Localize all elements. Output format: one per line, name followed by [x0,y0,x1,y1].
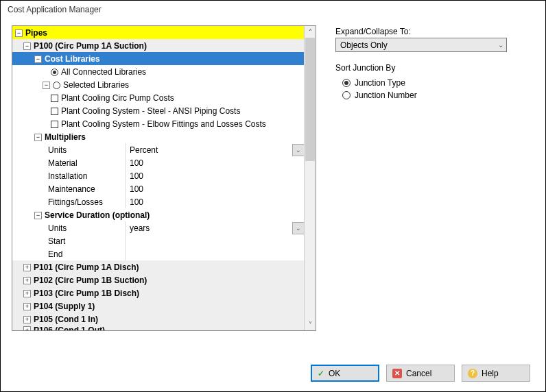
right-panel: Expand/Collapse To: Objects Only ⌄ Sort … [335,27,514,331]
expand-icon[interactable]: + [23,277,31,284]
collapse-icon[interactable]: − [34,212,42,219]
service-units-row: Units years ⌄ [12,221,304,234]
expand-icon[interactable]: + [23,316,31,323]
service-end-row: End [12,247,304,260]
window-title: Cost Application Manager [1,1,545,17]
multiplier-maintenance-input[interactable]: 100 [125,182,304,195]
tree-section-cost-libraries[interactable]: − Cost Libraries [12,52,304,65]
service-end-input[interactable] [125,247,304,260]
collapse-icon[interactable]: − [34,134,42,141]
tree-item-all-connected[interactable]: All Connected Libraries [12,65,304,78]
expand-icon[interactable]: + [23,290,31,297]
chevron-down-icon[interactable]: ⌄ [292,222,304,234]
tree-item-library[interactable]: Plant Cooling System - Steel - ANSI Pipi… [12,104,304,117]
sort-junction-label: Sort Junction By [335,63,514,73]
multiplier-units-row: Units Percent ⌄ [12,143,304,156]
checkbox-icon[interactable] [51,108,58,115]
radio-icon [342,91,351,99]
multiplier-row: Maintenance 100 [12,182,304,195]
tree-section-service-duration[interactable]: − Service Duration (optional) [12,208,304,221]
tree-section-multipliers[interactable]: − Multipliers [12,130,304,143]
collapse-icon[interactable]: − [34,56,42,63]
tree-item-collapsed[interactable]: + P104 (Supply 1) [12,299,304,313]
multiplier-installation-input[interactable]: 100 [125,169,304,182]
scroll-down-icon[interactable]: ˅ [305,319,316,330]
tree-item-collapsed[interactable]: + P103 (Circ Pump 1B Disch) [12,286,304,299]
service-start-input[interactable] [125,234,304,247]
tree-header-pipes[interactable]: − Pipes [12,26,304,39]
expand-icon[interactable]: + [23,303,31,310]
expand-collapse-select[interactable]: Objects Only ⌄ [335,38,507,52]
service-start-row: Start [12,234,304,247]
collapse-icon[interactable]: − [23,42,31,50]
collapse-icon[interactable]: − [15,29,23,37]
collapse-icon[interactable]: − [43,82,50,89]
chevron-down-icon: ⌄ [498,41,503,49]
tree-item-collapsed[interactable]: + P101 (Circ Pump 1A Disch) [12,260,304,273]
expand-icon[interactable]: + [23,326,31,330]
checkbox-icon[interactable] [51,95,58,102]
tree-item-library[interactable]: Plant Cooling System - Elbow Fittings an… [12,117,304,130]
tree-item-collapsed[interactable]: + P105 (Cond 1 In) [12,313,304,326]
tree-item-collapsed[interactable]: + P106 (Cond 1 Out) [12,326,304,330]
tree-item-p100[interactable]: − P100 (Circ Pump 1A Suction) [12,39,304,52]
multiplier-row: Material 100 [12,156,304,169]
radio-junction-type[interactable]: Junction Type [342,78,514,88]
help-button[interactable]: ? Help [462,365,530,382]
radio-icon[interactable] [51,69,58,76]
checkbox-icon[interactable] [51,121,58,128]
dialog-window: Cost Application Manager − Pipes − P100 … [0,0,546,392]
close-icon: ✕ [392,369,402,378]
multiplier-fittings-input[interactable]: 100 [125,195,304,208]
tree-item-library[interactable]: Plant Cooling Circ Pump Costs [12,91,304,104]
cancel-button[interactable]: ✕ Cancel [386,365,455,382]
scroll-thumb[interactable] [305,38,315,161]
expand-collapse-label: Expand/Collapse To: [335,27,514,36]
multiplier-row: Fittings/Losses 100 [12,195,304,208]
tree-item-selected-libraries[interactable]: − Selected Libraries [12,78,304,91]
radio-icon [342,79,351,87]
ok-button[interactable]: ✓ OK [311,365,379,382]
radio-junction-number[interactable]: Junction Number [342,90,514,100]
tree-panel: − Pipes − P100 (Circ Pump 1A Suction) − … [12,25,316,331]
chevron-down-icon[interactable]: ⌄ [292,144,304,156]
radio-icon[interactable] [53,82,60,89]
scroll-up-icon[interactable]: ˄ [305,26,316,38]
multiplier-units-select[interactable]: Percent ⌄ [125,143,304,156]
help-icon: ? [468,369,477,378]
button-bar: ✓ OK ✕ Cancel ? Help [311,365,530,382]
multiplier-material-input[interactable]: 100 [125,156,304,169]
service-units-select[interactable]: years ⌄ [125,221,304,234]
tree-item-collapsed[interactable]: + P102 (Circ Pump 1B Suction) [12,273,304,286]
expand-icon[interactable]: + [23,264,31,271]
multiplier-row: Installation 100 [12,169,304,182]
vertical-scrollbar[interactable]: ˄ ˅ [304,26,316,330]
check-icon: ✓ [318,369,324,378]
